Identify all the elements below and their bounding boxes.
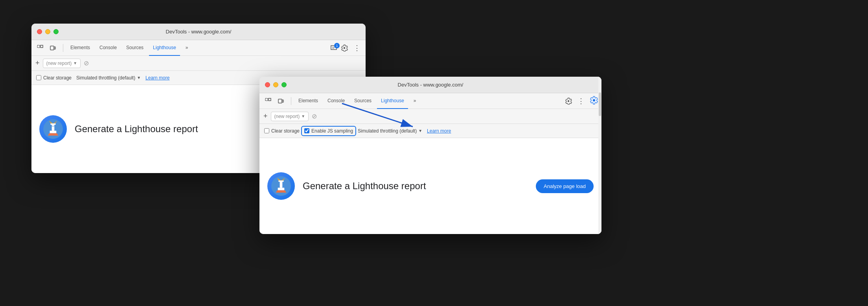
lighthouse-logo-front	[267, 172, 295, 200]
svg-rect-15	[268, 98, 271, 101]
tab-sources-back[interactable]: Sources	[122, 40, 147, 56]
svg-rect-9	[50, 131, 57, 133]
tab-more-back[interactable]: »	[182, 40, 192, 56]
enable-js-sampling-input[interactable]	[304, 128, 309, 133]
more-menu-front[interactable]: ⋮	[576, 96, 587, 107]
maximize-button-back[interactable]	[53, 29, 59, 34]
svg-rect-16	[278, 99, 282, 103]
scrollbar-front[interactable]	[598, 77, 601, 234]
report-dropdown-back[interactable]: (new report) ▼	[43, 59, 81, 68]
traffic-lights-front	[265, 82, 287, 87]
device-icon[interactable]	[47, 42, 58, 53]
title-bar-back: DevTools - www.google.com/	[31, 24, 366, 40]
svg-rect-1	[40, 45, 43, 48]
generate-text-front: Generate a Lighthouse report	[303, 181, 426, 192]
svg-rect-3	[54, 47, 55, 49]
clear-storage-input-front[interactable]	[264, 128, 269, 133]
secondary-toolbar-back: + (new report) ▼ ⊘	[31, 56, 366, 71]
add-report-icon-front[interactable]: +	[263, 112, 268, 120]
enable-js-sampling-checkbox[interactable]: Enable JS sampling	[304, 128, 353, 134]
throttle-chevron-icon: ▼	[137, 76, 141, 80]
tab-console-front[interactable]: Console	[324, 93, 349, 109]
gear-icon	[341, 44, 348, 52]
tab-sources-front[interactable]: Sources	[350, 93, 375, 109]
learn-more-link-front[interactable]: Learn more	[427, 128, 451, 134]
close-button-back[interactable]	[37, 29, 42, 34]
add-report-icon[interactable]: +	[35, 59, 40, 67]
tab-more-front[interactable]: »	[410, 93, 420, 109]
svg-marker-10	[48, 133, 59, 136]
analyze-page-load-button[interactable]: Analyze page load	[536, 179, 594, 193]
report-dropdown-front[interactable]: (new report) ▼	[271, 112, 309, 121]
throttle-dropdown-back[interactable]: Simulated throttling (default) ▼	[76, 75, 141, 81]
throttle-dropdown-front[interactable]: Simulated throttling (default) ▼	[358, 128, 422, 134]
settings-icon-front[interactable]	[563, 96, 574, 107]
svg-rect-17	[282, 100, 283, 102]
toolbar-divider-front	[291, 97, 291, 105]
tab-elements-back[interactable]: Elements	[66, 40, 94, 56]
select-icon-front[interactable]	[263, 96, 274, 107]
svg-rect-20	[280, 181, 283, 188]
svg-rect-0	[37, 45, 40, 48]
more-menu-back[interactable]: ⋮	[351, 42, 362, 53]
badge-count-back: 1	[334, 43, 340, 48]
cancel-icon[interactable]: ⊘	[84, 59, 89, 67]
title-bar-front: DevTools - www.google.com/	[259, 77, 601, 93]
clear-storage-input[interactable]	[36, 75, 41, 80]
clear-storage-checkbox-front[interactable]: Clear storage	[264, 128, 300, 134]
toolbar-divider	[63, 44, 63, 52]
message-badge-back[interactable]: 1	[330, 44, 337, 52]
minimize-button-back[interactable]	[45, 29, 50, 34]
minimize-button-front[interactable]	[273, 82, 278, 87]
svg-marker-25	[276, 190, 287, 193]
device-icon-front[interactable]	[275, 96, 286, 107]
svg-rect-21	[278, 181, 283, 182]
toolbar-icons-back	[35, 42, 58, 53]
gear-icon-front	[565, 98, 572, 105]
tab-console-back[interactable]: Console	[96, 40, 121, 56]
maximize-button-front[interactable]	[281, 82, 287, 87]
clear-storage-checkbox[interactable]: Clear storage	[36, 75, 72, 81]
cancel-icon-front[interactable]: ⊘	[312, 112, 317, 120]
settings-icon-back[interactable]	[339, 42, 350, 53]
svg-rect-24	[278, 188, 285, 190]
scrollbar-thumb-front[interactable]	[599, 92, 601, 116]
toolbar-back: Elements Console Sources Lighthouse » 1	[31, 40, 366, 56]
generate-text-back: Generate a Lighthouse report	[75, 124, 198, 135]
tab-elements-front[interactable]: Elements	[294, 93, 322, 109]
options-bar-front: Clear storage Enable JS sampling Simulat…	[259, 124, 601, 138]
throttle-chevron-icon-front: ▼	[418, 129, 422, 133]
toolbar-front: Elements Console Sources Lighthouse »	[259, 93, 601, 109]
window-title-front: DevTools - www.google.com/	[398, 82, 463, 88]
devtools-window-front: DevTools - www.google.com/	[259, 77, 601, 234]
window-title-back: DevTools - www.google.com/	[166, 29, 232, 35]
traffic-lights-back	[37, 29, 59, 34]
toolbar-icons-front	[263, 96, 286, 107]
chevron-down-icon-front: ▼	[301, 114, 305, 118]
chevron-down-icon: ▼	[73, 61, 77, 65]
svg-rect-11	[51, 126, 55, 127]
svg-rect-6	[50, 124, 55, 125]
svg-rect-5	[52, 124, 55, 131]
secondary-toolbar-front: + (new report) ▼ ⊘	[259, 109, 601, 124]
lighthouse-logo-back	[39, 115, 67, 143]
svg-rect-14	[265, 98, 268, 101]
tab-lighthouse-front[interactable]: Lighthouse	[377, 93, 408, 109]
main-content-front: Generate a Lighthouse report Analyze pag…	[259, 138, 601, 234]
tab-lighthouse-back[interactable]: Lighthouse	[149, 40, 180, 56]
select-icon[interactable]	[35, 42, 46, 53]
close-button-front[interactable]	[265, 82, 270, 87]
svg-rect-2	[50, 46, 54, 50]
settings-gear-blue-icon[interactable]	[590, 96, 598, 105]
learn-more-link-back[interactable]: Learn more	[145, 75, 169, 81]
